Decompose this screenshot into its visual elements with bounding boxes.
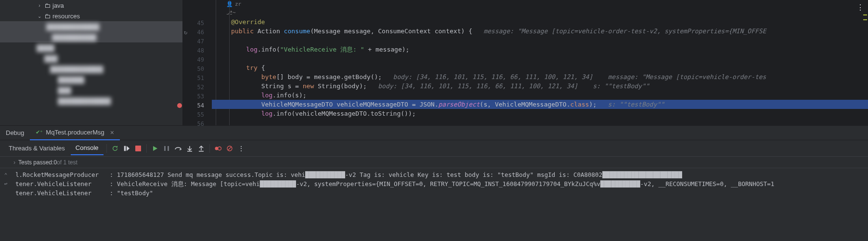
gutter-line-number[interactable]: 45 [183, 18, 212, 27]
console-tab[interactable]: Console [71, 141, 104, 155]
code-line[interactable]: log.info("VehicleReceive 消息: " + message… [212, 45, 868, 54]
run-config-tab[interactable]: ✔⁺ MqTest.producerMsg × [30, 126, 120, 140]
project-tree[interactable]: ›🗀java⌄🗀resources███████████████████████… [0, 0, 183, 125]
tree-item[interactable]: ████████████ [0, 64, 182, 74]
minimap[interactable] [863, 0, 868, 125]
tree-item[interactable]: ██████ [0, 74, 182, 85]
gutter-line-number[interactable]: 46↻ [183, 27, 212, 37]
svg-rect-4 [187, 151, 192, 152]
code-line[interactable]: byte[] body = message.getBody(); body: [… [212, 72, 868, 81]
override-icon[interactable]: ↻ [184, 29, 187, 36]
breakpoint-icon[interactable] [177, 103, 182, 108]
tree-item-label: resources [52, 13, 80, 20]
code-line[interactable]: @Override [212, 17, 868, 27]
chevron-icon: ⌄ [37, 13, 42, 19]
close-icon[interactable]: × [110, 129, 114, 136]
console-line: l.RocketMessageProducer : 1718605648127 … [2, 170, 866, 179]
tests-passed-count: 0 [53, 159, 57, 166]
gutter-line-number[interactable]: 52 [183, 82, 212, 92]
gutter-line-number[interactable]: 48 [183, 46, 212, 55]
gutter-line-number[interactable]: 55 [183, 110, 212, 119]
svg-rect-3 [168, 146, 169, 151]
code-line[interactable]: public Action consume(Message message, C… [212, 27, 868, 36]
stop-button[interactable] [133, 143, 143, 154]
code-line[interactable]: VehicleMQMessageDTO vehicleMQMessageDTO … [212, 100, 868, 109]
test-ok-icon: ✔⁺ [36, 129, 43, 135]
code-line[interactable]: log.info(s); [212, 91, 868, 100]
debug-tab-label[interactable]: Debug [0, 126, 30, 140]
gutter-line-number[interactable]: 53 [183, 92, 212, 101]
gutter-line-number[interactable]: 56 [183, 119, 212, 128]
console-line: tener.VehicleListener : VehicleReceive 消… [2, 179, 866, 188]
code-editor[interactable]: 4546↻47484950515253545556 👤zr⎇~@Override… [183, 0, 868, 125]
tree-item[interactable]: ████ [0, 42, 182, 53]
tree-item-label: ███ [44, 55, 58, 62]
chevron-icon: › [37, 3, 42, 8]
gutter-line-number[interactable]: 51 [183, 73, 212, 82]
code-line[interactable]: log.info(vehicleMQMessageDTO.toString())… [212, 109, 868, 118]
svg-rect-5 [199, 151, 204, 152]
step-out-button[interactable] [196, 143, 207, 154]
author-annotation: 👤zr [212, 0, 868, 8]
code-line[interactable]: try { [212, 63, 868, 72]
console-output[interactable]: ⌃ ↩ l.RocketMessageProducer : 1718605648… [0, 168, 868, 241]
tree-item[interactable]: ████████████ [0, 95, 182, 106]
folder-icon: 🗀 [44, 13, 51, 20]
svg-line-9 [228, 147, 232, 150]
pause-button[interactable] [161, 143, 172, 154]
resume-button[interactable] [150, 143, 160, 154]
tree-item-label: ██████ [58, 76, 84, 83]
view-breakpoints-button[interactable] [213, 143, 223, 154]
svg-rect-2 [164, 146, 166, 151]
gutter-line-number[interactable]: 49 [183, 55, 212, 64]
tree-item-label: ████████████ [50, 66, 104, 73]
console-line: tener.VehicleListener : "testBody" [2, 188, 866, 198]
rerun-button[interactable] [110, 143, 120, 154]
gutter-line-number[interactable]: 50 [183, 64, 212, 73]
code-line[interactable] [212, 36, 868, 45]
run-config-name: MqTest.producerMsg [46, 129, 104, 136]
soft-wrap-icon[interactable]: ↩ [2, 180, 10, 187]
toolbar-more-icon[interactable]: ⋮ [236, 143, 246, 154]
scroll-top-icon[interactable]: ⌃ [2, 171, 10, 179]
tree-item[interactable]: ›🗀java [0, 0, 182, 11]
tree-item-label: ██████████ [52, 34, 96, 41]
more-options-icon[interactable]: ⋮ [856, 3, 864, 12]
tree-item[interactable]: ██████████ [0, 32, 182, 42]
code-lens[interactable]: ⎇~ [212, 8, 868, 17]
tree-item[interactable]: ⌄🗀resources [0, 11, 182, 21]
step-into-button[interactable] [184, 143, 195, 154]
tree-item[interactable]: ████████████ [0, 21, 182, 32]
code-line[interactable] [212, 54, 868, 63]
tests-passed-label: Tests passed: [18, 159, 53, 166]
tree-item[interactable]: ███ [0, 53, 182, 64]
gutter-line-number[interactable]: 47 [183, 37, 212, 46]
svg-rect-1 [135, 146, 141, 151]
tree-item[interactable]: ███ [0, 85, 182, 95]
tree-item-label: ████████████ [58, 97, 111, 105]
code-line[interactable] [212, 118, 868, 125]
user-icon: 👤 [226, 0, 233, 9]
svg-rect-0 [124, 146, 126, 151]
code-line[interactable]: String s = new String(body); body: [34, … [212, 81, 868, 91]
step-over-button[interactable] [173, 143, 183, 154]
run-button[interactable] [121, 143, 132, 154]
debug-tool-window: Debug ✔⁺ MqTest.producerMsg × ⋮ Threads … [0, 125, 868, 241]
tests-total-label: of 1 test [57, 159, 78, 166]
mute-breakpoints-button[interactable] [224, 143, 235, 154]
tree-item-label: java [52, 2, 64, 9]
tree-item-label: ███ [58, 87, 71, 94]
threads-variables-tab[interactable]: Threads & Variables [4, 142, 70, 155]
gutter-line-number[interactable]: 54 [183, 101, 212, 110]
svg-point-7 [218, 147, 221, 150]
test-status-bar: › Tests passed: 0 of 1 test [0, 157, 868, 168]
tree-item-label: ████████████ [46, 23, 100, 30]
folder-icon: 🗀 [44, 2, 51, 9]
tree-item-label: ████ [37, 44, 54, 52]
